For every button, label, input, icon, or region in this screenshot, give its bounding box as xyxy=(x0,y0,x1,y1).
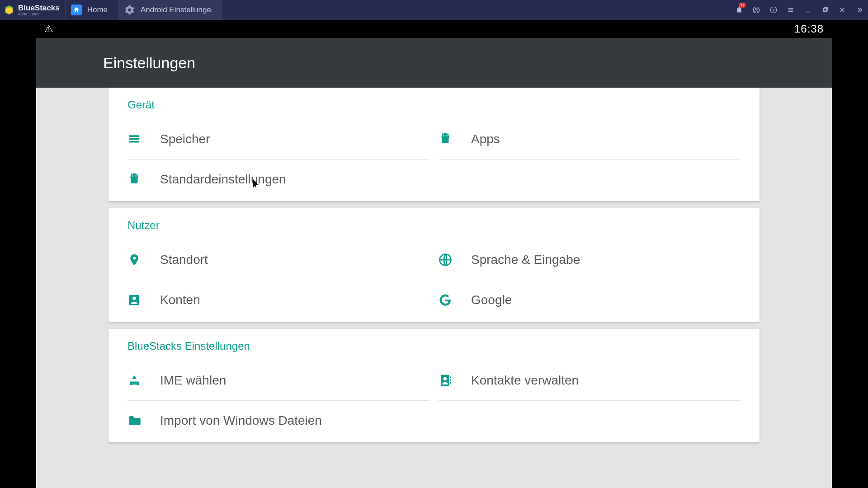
gear-icon xyxy=(124,5,135,15)
svg-point-14 xyxy=(132,297,136,300)
section-user: Nutzer Standort Sprache & Eingabe Konten xyxy=(108,208,760,322)
help-icon: ? xyxy=(769,6,778,14)
account-button[interactable] xyxy=(748,0,765,20)
item-label: Import von Windows Dateien xyxy=(160,413,322,428)
section-title: Nutzer xyxy=(127,219,741,232)
app-logo: BlueStacks 4.280.1.1002 xyxy=(0,4,65,16)
page-title: Einstellungen xyxy=(103,54,195,72)
status-clock: 16:38 xyxy=(794,23,824,35)
item-location[interactable]: Standort xyxy=(127,240,429,280)
expand-sidebar-button[interactable] xyxy=(851,0,868,20)
android-icon xyxy=(439,132,452,146)
notification-badge: 17 xyxy=(739,3,746,8)
bluestacks-logo-icon xyxy=(4,5,14,15)
section-title: Gerät xyxy=(127,99,741,111)
empty-cell xyxy=(439,160,741,199)
chevrons-right-icon xyxy=(855,6,863,14)
location-icon xyxy=(127,253,141,267)
item-storage[interactable]: Speicher xyxy=(127,119,429,160)
item-accounts[interactable]: Konten xyxy=(127,280,429,320)
account-icon xyxy=(127,293,141,307)
svg-point-8 xyxy=(447,135,448,136)
item-label: Standort xyxy=(160,253,208,267)
item-label: Apps xyxy=(471,132,500,146)
svg-rect-18 xyxy=(450,380,451,381)
menu-button[interactable] xyxy=(782,0,799,20)
keyboard-icon xyxy=(127,374,141,387)
google-icon xyxy=(439,293,452,307)
svg-point-11 xyxy=(136,175,137,177)
item-apps[interactable]: Apps xyxy=(439,119,741,160)
titlebar: BlueStacks 4.280.1.1002 Home Android Ein… xyxy=(0,0,868,20)
emulator-viewport: ⚠ 16:38 Einstellungen Gerät Speicher App… xyxy=(0,20,868,488)
close-button[interactable] xyxy=(834,0,851,20)
item-ime[interactable]: IME wählen xyxy=(127,361,429,401)
minimize-icon xyxy=(804,6,812,14)
item-contacts[interactable]: Kontakte verwalten xyxy=(439,361,741,401)
svg-point-7 xyxy=(443,135,444,136)
app-bar: Einstellungen xyxy=(36,38,832,88)
item-default-settings[interactable]: Standardeinstellungen xyxy=(127,160,429,199)
item-label: Sprache & Eingabe xyxy=(471,253,580,267)
close-icon xyxy=(838,6,846,14)
notifications-button[interactable]: 17 xyxy=(731,0,748,20)
svg-point-1 xyxy=(755,8,758,10)
item-language-input[interactable]: Sprache & Eingabe xyxy=(439,240,741,280)
svg-rect-17 xyxy=(450,376,451,378)
tab-label: Android Einstellunge xyxy=(141,5,211,14)
tab-android-settings[interactable]: Android Einstellunge xyxy=(118,0,222,20)
section-bluestacks: BlueStacks Einstellungen IME wählen Kont… xyxy=(108,329,760,442)
svg-rect-6 xyxy=(442,137,449,143)
svg-point-16 xyxy=(443,377,447,381)
android-status-bar: ⚠ 16:38 xyxy=(36,20,832,38)
tab-home[interactable]: Home xyxy=(65,0,118,20)
house-icon xyxy=(71,5,82,15)
item-label: Kontakte verwalten xyxy=(471,373,579,388)
maximize-icon xyxy=(821,6,829,14)
svg-rect-19 xyxy=(450,382,451,384)
settings-scroll[interactable]: Gerät Speicher Apps Standardeinstellunge… xyxy=(36,88,832,488)
section-device: Gerät Speicher Apps Standardeinstellunge… xyxy=(108,88,760,201)
item-label: Speicher xyxy=(160,132,210,146)
item-label: Google xyxy=(471,293,512,307)
svg-text:?: ? xyxy=(772,8,775,13)
warning-icon: ⚠ xyxy=(44,23,53,35)
android-icon xyxy=(127,173,141,186)
maximize-button[interactable] xyxy=(816,0,834,20)
item-google[interactable]: Google xyxy=(439,280,741,320)
minimize-button[interactable] xyxy=(799,0,816,20)
folder-icon xyxy=(127,414,141,427)
item-import-files[interactable]: Import von Windows Dateien xyxy=(127,401,429,441)
help-button[interactable]: ? xyxy=(765,0,782,20)
globe-icon xyxy=(439,253,452,267)
tab-label: Home xyxy=(87,5,108,14)
app-version: 4.280.1.1002 xyxy=(18,13,60,16)
user-circle-icon xyxy=(752,6,760,14)
storage-icon xyxy=(127,132,141,146)
section-title: BlueStacks Einstellungen xyxy=(127,340,741,352)
empty-cell xyxy=(439,401,741,441)
svg-point-10 xyxy=(132,175,133,177)
hamburger-icon xyxy=(787,6,795,14)
contacts-icon xyxy=(439,374,452,387)
item-label: IME wählen xyxy=(160,373,226,388)
item-label: Konten xyxy=(160,293,200,307)
item-label: Standardeinstellungen xyxy=(160,172,286,187)
app-name: BlueStacks xyxy=(18,4,60,12)
svg-rect-9 xyxy=(131,178,138,183)
